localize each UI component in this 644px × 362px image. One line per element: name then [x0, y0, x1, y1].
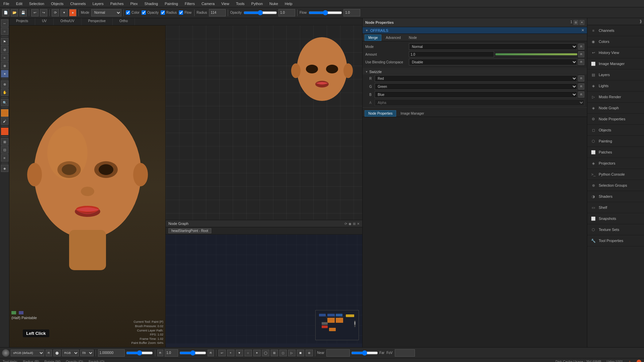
- new-file-btn[interactable]: 📄: [2, 9, 9, 16]
- menu-tools[interactable]: Tools: [234, 1, 246, 6]
- sidebar-item-snapshots[interactable]: ⬜ Snapshots: [587, 213, 644, 224]
- sidebar-item-layers[interactable]: ▤ Layers: [587, 69, 644, 80]
- nav-btn6[interactable]: ◯: [262, 350, 269, 356]
- tool-extra1[interactable]: ⊞: [1, 138, 8, 145]
- swizzle-b-btn[interactable]: R: [578, 92, 584, 98]
- fov-input[interactable]: [395, 349, 415, 357]
- sidebar-item-patches[interactable]: ⬜ Patches: [587, 147, 644, 158]
- nav-btn3[interactable]: ▼: [236, 350, 243, 356]
- value2-input[interactable]: [165, 349, 178, 357]
- blend-colorspace-select[interactable]: Disable: [409, 59, 577, 65]
- mode-prop-select[interactable]: Normal: [409, 43, 577, 50]
- swizzle-g-select[interactable]: Green: [375, 83, 577, 90]
- menu-channels[interactable]: Channels: [69, 1, 87, 6]
- r2-btn[interactable]: R: [157, 350, 164, 356]
- tool-eraser[interactable]: ⊘: [1, 46, 8, 53]
- fraction-select[interactable]: f/8: [80, 350, 94, 356]
- sidebar-item-shaders[interactable]: ◑ Shaders: [587, 191, 644, 202]
- channel-icon-btn[interactable]: ⬤: [53, 350, 61, 356]
- tool-select-circle[interactable]: ○: [1, 27, 8, 35]
- offrails-expand[interactable]: ▼: [365, 29, 368, 32]
- mode-r-btn[interactable]: R: [578, 44, 584, 50]
- menu-filters[interactable]: Filters: [183, 1, 196, 6]
- color-circle[interactable]: [2, 349, 9, 357]
- value-slider[interactable]: [126, 350, 153, 356]
- flow-slider[interactable]: [309, 10, 342, 16]
- menu-python[interactable]: Python: [250, 1, 264, 6]
- tool-extra2[interactable]: ⊡: [1, 146, 8, 154]
- sidebar-item-selection-groups[interactable]: ⊕ Selection Groups: [587, 180, 644, 191]
- menu-edit[interactable]: Edit: [15, 1, 24, 6]
- menu-file[interactable]: File: [2, 1, 11, 6]
- undo-btn[interactable]: ↩: [31, 9, 39, 16]
- nav-btn9[interactable]: ▷: [288, 350, 296, 356]
- ng-control-1[interactable]: ⟳: [344, 222, 347, 226]
- sidebar-item-history[interactable]: ↩ History View: [587, 47, 644, 58]
- near-slider[interactable]: [351, 350, 378, 356]
- r-channel-btn[interactable]: R: [46, 350, 52, 356]
- panel-close-btn[interactable]: ✕: [580, 20, 584, 25]
- tool-colorpicker[interactable]: ✦: [1, 70, 8, 77]
- sub-tab-image-manager[interactable]: Image Manager: [397, 110, 428, 117]
- near-input[interactable]: [326, 349, 350, 357]
- tool-search[interactable]: 🔍: [1, 99, 8, 106]
- nav-btn4[interactable]: ○: [245, 350, 252, 356]
- menu-ptex[interactable]: Ptex: [129, 1, 139, 6]
- open-btn[interactable]: 📂: [11, 9, 18, 16]
- swizzle-r-btn[interactable]: R: [578, 75, 584, 81]
- mode-select[interactable]: Normal: [91, 9, 121, 16]
- nav-btn10[interactable]: ⏹: [297, 350, 304, 356]
- nav-btn1[interactable]: ↩: [218, 350, 226, 356]
- tab-advanced[interactable]: Advanced: [382, 35, 404, 41]
- swizzle-b-select[interactable]: Blue: [375, 91, 577, 98]
- sidebar-item-colors[interactable]: ◉ Colors: [587, 36, 644, 47]
- viewport-3d[interactable]: Left Click (Half) Paintable Current Tool…: [9, 25, 166, 347]
- panel-expand-btn[interactable]: ⊞: [574, 20, 578, 25]
- sidebar-item-python-console[interactable]: >_ Python Console: [587, 169, 644, 180]
- ng-control-2[interactable]: ◉: [348, 222, 352, 226]
- amount-slider[interactable]: [495, 53, 577, 55]
- sub-tab-node-properties[interactable]: Node Properties: [365, 110, 396, 117]
- tool-extra4[interactable]: ◈: [1, 165, 8, 172]
- tab-uv[interactable]: UV: [35, 18, 54, 25]
- sidebar-item-image-manager[interactable]: ⬜ Image Manager: [587, 58, 644, 69]
- opacity-slider[interactable]: [244, 10, 277, 16]
- tool-smear[interactable]: ≈: [1, 54, 8, 61]
- radius-input[interactable]: [209, 9, 226, 16]
- radius-checkbox[interactable]: [161, 10, 165, 15]
- tool-zoom[interactable]: ⊕: [1, 80, 8, 88]
- sidebar-toggle[interactable]: ⟫: [640, 19, 642, 24]
- swizzle-a-select[interactable]: Alpha: [375, 99, 584, 106]
- menu-view[interactable]: View: [220, 1, 231, 6]
- offrails-close[interactable]: ✕: [581, 28, 584, 33]
- value-input[interactable]: [98, 349, 125, 357]
- menu-layers[interactable]: Layers: [91, 1, 105, 6]
- amount-r-btn[interactable]: R: [578, 51, 584, 57]
- opacity-checkbox[interactable]: [142, 10, 146, 15]
- menu-patches[interactable]: Patches: [109, 1, 125, 6]
- color-checkbox[interactable]: [126, 10, 130, 15]
- tab-ortho[interactable]: Ortho: [113, 18, 135, 25]
- save-btn[interactable]: 💾: [19, 9, 27, 16]
- redo-btn[interactable]: ↪: [40, 9, 47, 16]
- menu-painting[interactable]: Painting: [163, 1, 179, 6]
- fg-color[interactable]: [1, 109, 8, 117]
- color-mode-select[interactable]: sRGB (default): [11, 350, 44, 356]
- tool1-btn[interactable]: ⟳: [52, 9, 59, 16]
- tool-clone[interactable]: ⊕: [1, 62, 8, 69]
- opacity-input[interactable]: [278, 9, 295, 16]
- r3-btn[interactable]: R: [208, 350, 214, 356]
- tool2-btn[interactable]: ✦: [60, 9, 68, 16]
- tab-ortho-uv[interactable]: Ortho/UV: [54, 18, 82, 25]
- nav-btn7[interactable]: ⊞: [271, 350, 278, 356]
- nav-btn5[interactable]: ✦: [253, 350, 261, 356]
- nav-btn11[interactable]: ⊕: [306, 350, 313, 356]
- nav-btn8[interactable]: ◻: [279, 350, 287, 356]
- sidebar-item-projectors[interactable]: ◈ Projectors: [587, 158, 644, 169]
- sidebar-item-channels[interactable]: ≡ Channels: [587, 25, 644, 36]
- amount-field[interactable]: 1.0: [409, 51, 494, 57]
- swizzle-header[interactable]: ▼ Swizzle: [363, 69, 587, 74]
- sidebar-item-texture-sets[interactable]: ⬡ Texture Sets: [587, 224, 644, 235]
- ng-close-btn[interactable]: ✕: [357, 222, 360, 226]
- sidebar-item-modo-render[interactable]: ▷ Modo Render: [587, 92, 644, 103]
